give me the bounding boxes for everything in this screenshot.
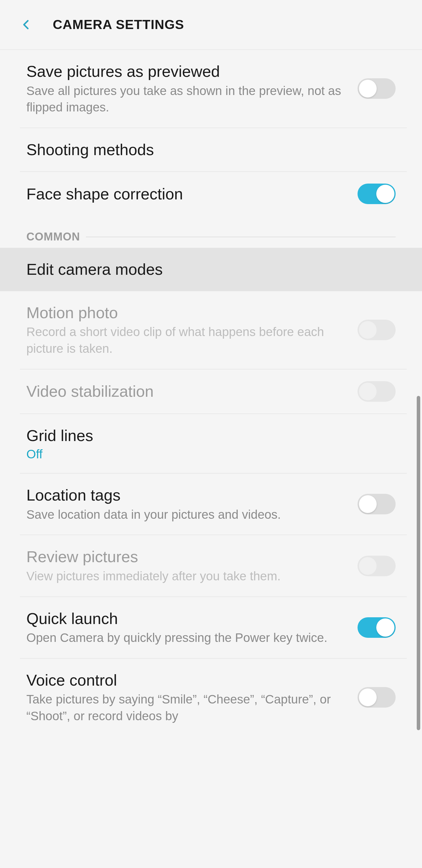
toggle-location-tags[interactable] [358,494,396,514]
row-title: Location tags [26,485,346,505]
row-title: Voice control [26,670,346,690]
row-voice-control[interactable]: Voice control Take pictures by saying “S… [0,659,422,724]
row-subtitle: Open Camera by quickly pressing the Powe… [26,629,346,646]
row-motion-photo[interactable]: Motion photo Record a short video clip o… [0,291,422,369]
toggle-save-previewed[interactable] [358,78,396,99]
row-title: Save pictures as previewed [26,62,346,82]
row-subtitle: Save all pictures you take as shown in t… [26,83,346,116]
row-value: Off [26,447,384,461]
row-subtitle: Record a short video clip of what happen… [26,324,346,357]
row-title: Motion photo [26,303,346,323]
row-review-pictures[interactable]: Review pictures View pictures immediatel… [0,535,422,596]
row-title: Shooting methods [26,140,384,160]
row-grid-lines[interactable]: Grid lines Off [0,414,422,473]
row-title: Grid lines [26,426,384,446]
row-subtitle: Take pictures by saying “Smile”, “Cheese… [26,691,346,724]
row-quick-launch[interactable]: Quick launch Open Camera by quickly pres… [0,597,422,658]
page-title: CAMERA SETTINGS [53,17,184,32]
scrollbar[interactable] [417,396,420,730]
row-title: Video stabilization [26,381,346,401]
row-location-tags[interactable]: Location tags Save location data in your… [0,473,422,535]
row-edit-camera-modes[interactable]: Edit camera modes [0,248,422,291]
toggle-review-pictures[interactable] [358,556,396,576]
toggle-face-shape[interactable] [358,184,396,204]
row-subtitle: Save location data in your pictures and … [26,506,346,523]
toggle-video-stabilization[interactable] [358,381,396,402]
back-icon[interactable] [21,19,32,31]
row-save-pictures-as-previewed[interactable]: Save pictures as previewed Save all pict… [0,50,422,128]
row-video-stabilization[interactable]: Video stabilization [0,370,422,413]
row-subtitle: View pictures immediately after you take… [26,568,346,585]
row-title: Review pictures [26,547,346,567]
toggle-voice-control[interactable] [358,687,396,708]
row-face-shape-correction[interactable]: Face shape correction [0,172,422,216]
section-line [86,237,396,237]
row-title: Quick launch [26,609,346,629]
row-shooting-methods[interactable]: Shooting methods [0,128,422,172]
section-label: COMMON [26,230,80,243]
row-title: Face shape correction [26,184,346,204]
toggle-quick-launch[interactable] [358,617,396,638]
section-header-common: COMMON [0,216,422,248]
row-title: Edit camera modes [26,259,384,279]
toggle-motion-photo[interactable] [358,320,396,340]
app-header: CAMERA SETTINGS [0,0,422,50]
settings-list: Save pictures as previewed Save all pict… [0,50,422,724]
